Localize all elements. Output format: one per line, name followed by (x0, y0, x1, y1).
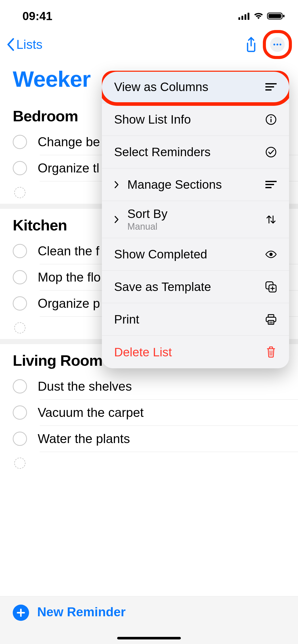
svg-rect-12 (265, 89, 272, 91)
home-indicator[interactable] (117, 637, 181, 639)
cellular-icon (238, 12, 250, 20)
back-button[interactable]: Lists (6, 37, 43, 52)
chevron-back-icon (6, 38, 15, 51)
svg-point-20 (269, 253, 273, 256)
status-time: 09:41 (22, 9, 52, 23)
menu-item-label: Sort By (127, 207, 167, 221)
svg-rect-19 (265, 187, 272, 188)
svg-rect-6 (283, 15, 285, 17)
sort-icon (265, 214, 277, 225)
back-label: Lists (16, 37, 43, 52)
menu-item-subtitle: Manual (127, 221, 167, 232)
task-checkbox[interactable] (13, 432, 27, 446)
task-label: Water the plants (38, 431, 130, 446)
status-right-icons (238, 12, 285, 20)
task-label: Organize tl (38, 161, 99, 175)
task-label: Organize p (38, 296, 100, 311)
svg-rect-0 (238, 17, 240, 20)
menu-item-label: Manage Sections (127, 178, 222, 192)
menu-show-completed[interactable]: Show Completed (102, 238, 289, 271)
menu-sort-by[interactable]: Sort By Manual (102, 201, 289, 238)
task-label: Clean the f (38, 244, 99, 258)
checkmark-circle-icon (265, 146, 277, 158)
svg-rect-11 (265, 86, 274, 87)
context-menu: View as Columns Show List Info Select Re… (102, 71, 289, 368)
chevron-right-icon (114, 216, 121, 223)
nav-bar: Lists (0, 28, 298, 61)
task-label: Dust the shelves (38, 379, 132, 394)
menu-item-label: Show List Info (114, 112, 191, 126)
menu-select-reminders[interactable]: Select Reminders (102, 136, 289, 168)
menu-manage-sections[interactable]: Manage Sections (102, 168, 289, 201)
task-checkbox[interactable] (13, 379, 27, 393)
svg-line-29 (272, 350, 272, 356)
eye-icon (265, 248, 277, 260)
menu-save-as-template[interactable]: Save as Template (102, 271, 289, 303)
battery-icon (267, 12, 285, 20)
template-icon (265, 281, 277, 293)
bottom-toolbar: New Reminder (0, 596, 298, 644)
svg-point-16 (266, 147, 276, 157)
section-title: Kitchen (13, 216, 67, 234)
new-task-row[interactable] (0, 452, 298, 474)
new-task-placeholder-icon[interactable] (14, 458, 25, 469)
sections-icon (265, 179, 277, 191)
task-checkbox[interactable] (13, 296, 27, 311)
section-title: Bedroom (13, 107, 78, 125)
task-checkbox[interactable] (13, 135, 27, 149)
task-row[interactable]: Dust the shelves (0, 373, 298, 399)
task-row[interactable]: Vacuum the carpet (0, 400, 298, 426)
menu-delete-list[interactable]: Delete List (102, 336, 289, 368)
svg-rect-17 (265, 181, 277, 182)
section-title: Living Room (13, 352, 102, 369)
svg-rect-5 (268, 14, 281, 18)
wifi-icon (253, 12, 264, 20)
task-checkbox[interactable] (13, 270, 27, 284)
task-label: Change be (38, 135, 100, 149)
svg-rect-18 (265, 184, 274, 185)
info-icon (265, 114, 277, 125)
svg-rect-1 (241, 16, 243, 20)
task-label: Mop the flo (38, 270, 101, 285)
menu-item-label: Show Completed (114, 247, 207, 261)
trash-icon (265, 346, 277, 358)
highlight-ring (263, 30, 292, 59)
plus-icon (17, 608, 25, 617)
menu-item-label: View as Columns (114, 80, 208, 94)
svg-rect-2 (245, 14, 246, 20)
chevron-right-icon (114, 181, 121, 188)
svg-point-14 (270, 116, 272, 118)
share-button[interactable] (245, 37, 257, 52)
task-checkbox[interactable] (13, 161, 27, 175)
new-reminder-label[interactable]: New Reminder (37, 605, 126, 619)
svg-line-28 (270, 350, 270, 356)
task-checkbox[interactable] (13, 244, 27, 258)
new-task-placeholder-icon[interactable] (14, 187, 25, 198)
task-label: Vacuum the carpet (38, 405, 144, 420)
svg-rect-15 (270, 119, 272, 122)
svg-rect-25 (268, 320, 274, 324)
status-bar: 09:41 (0, 0, 298, 28)
menu-item-label: Delete List (114, 345, 172, 359)
menu-show-list-info[interactable]: Show List Info (102, 103, 289, 136)
menu-item-label: Select Reminders (114, 145, 211, 159)
menu-print[interactable]: Print (102, 303, 289, 336)
add-reminder-button[interactable] (13, 605, 29, 621)
print-icon (265, 314, 277, 325)
menu-item-label: Print (114, 312, 139, 326)
columns-icon (265, 81, 277, 93)
task-row[interactable]: Water the plants (0, 426, 298, 452)
share-icon (245, 37, 257, 52)
svg-rect-10 (265, 83, 277, 84)
menu-item-label: Save as Template (114, 280, 211, 294)
new-task-placeholder-icon[interactable] (14, 322, 25, 333)
svg-rect-3 (248, 13, 249, 20)
task-checkbox[interactable] (13, 405, 27, 420)
menu-view-as-columns[interactable]: View as Columns (102, 71, 289, 103)
